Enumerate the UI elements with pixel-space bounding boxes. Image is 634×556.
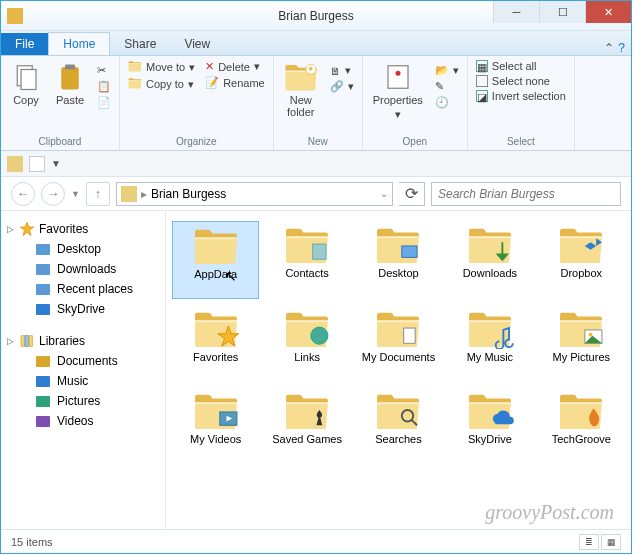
address-dropdown-icon[interactable]: ⌄ [380, 188, 388, 199]
file-tab[interactable]: File [1, 33, 48, 55]
sidebar-item-skydrive[interactable]: SkyDrive [5, 299, 161, 319]
item-icon [35, 353, 51, 369]
ribbon-tabs: File Home Share View ⌃ ? [1, 31, 631, 56]
select-all-button[interactable]: ▦Select all [474, 59, 568, 73]
qat-dropdown-icon[interactable]: ▼ [51, 158, 61, 169]
folder-dropbox[interactable]: Dropbox [538, 221, 625, 299]
folder-icon [557, 225, 605, 265]
navigation-pane: ▷ Favorites DesktopDownloadsRecent place… [1, 211, 166, 529]
svg-rect-1 [21, 70, 36, 90]
svg-rect-18 [36, 396, 50, 407]
up-icon[interactable] [29, 156, 45, 172]
ribbon-group-new: ✦ New folder 🗎▾ 🔗▾ New [274, 56, 363, 150]
breadcrumb[interactable]: Brian Burgess [151, 187, 226, 201]
back-button[interactable]: ← [11, 182, 35, 206]
easy-access-icon: 🔗 [330, 80, 344, 93]
svg-rect-9 [36, 244, 50, 255]
sidebar-item-documents[interactable]: Documents [5, 351, 161, 371]
folder-skydrive[interactable]: SkyDrive [446, 387, 533, 463]
folder-icon [557, 309, 605, 349]
folder-label: Saved Games [272, 433, 342, 459]
svg-rect-14 [25, 336, 28, 347]
minimize-button[interactable]: ─ [493, 1, 539, 23]
folder-contacts[interactable]: Contacts [263, 221, 350, 299]
paste-shortcut-button[interactable]: 📄 [95, 95, 113, 110]
ribbon-group-select: ▦Select all Select none ◪Invert selectio… [468, 56, 575, 150]
close-button[interactable]: ✕ [585, 1, 631, 23]
svg-point-7 [395, 71, 400, 76]
easy-access-button[interactable]: 🔗▾ [328, 79, 356, 94]
history-button[interactable]: 🕘 [433, 95, 461, 110]
up-button[interactable]: ↑ [86, 182, 110, 206]
svg-rect-13 [21, 336, 24, 347]
sidebar-item-videos[interactable]: Videos [5, 411, 161, 431]
folder-icon [374, 391, 422, 431]
folder-label: Contacts [285, 267, 328, 293]
cut-button[interactable]: ✂ [95, 63, 113, 78]
svg-rect-11 [36, 284, 50, 295]
favorites-header[interactable]: ▷ Favorites [5, 219, 161, 239]
address-folder-icon [121, 186, 137, 202]
svg-rect-24 [404, 328, 415, 343]
delete-button[interactable]: ✕ Delete ▾ [203, 59, 267, 74]
tab-share[interactable]: Share [110, 33, 170, 55]
edit-button[interactable]: ✎ [433, 79, 461, 94]
forward-button[interactable]: → [41, 182, 65, 206]
new-item-button[interactable]: 🗎▾ [328, 63, 356, 78]
invert-selection-button[interactable]: ◪Invert selection [474, 89, 568, 103]
new-folder-button[interactable]: ✦ New folder [280, 59, 322, 121]
folder-my-videos[interactable]: My Videos [172, 387, 259, 463]
folder-icon [283, 391, 331, 431]
folder-desktop[interactable]: Desktop [355, 221, 442, 299]
svg-point-23 [311, 327, 328, 344]
folder-searches[interactable]: Searches [355, 387, 442, 463]
folder-my-music[interactable]: My Music [446, 305, 533, 381]
file-list[interactable]: AppData↖ContactsDesktopDownloadsDropboxF… [166, 211, 631, 529]
folder-icon [466, 309, 514, 349]
refresh-button[interactable]: ⟳ [399, 182, 425, 206]
tab-home[interactable]: Home [48, 32, 110, 55]
sidebar-item-downloads[interactable]: Downloads [5, 259, 161, 279]
tab-view[interactable]: View [170, 33, 224, 55]
folder-favorites[interactable]: Favorites [172, 305, 259, 381]
location-icon[interactable] [7, 156, 23, 172]
folder-techgroove[interactable]: TechGroove [538, 387, 625, 463]
copy-button[interactable]: Copy [7, 59, 45, 109]
properties-button[interactable]: Properties ▾ [369, 59, 427, 124]
ribbon-collapse-icon[interactable]: ⌃ [604, 41, 614, 55]
select-none-button[interactable]: Select none [474, 74, 568, 88]
folder-appdata[interactable]: AppData↖ [172, 221, 259, 299]
folder-downloads[interactable]: Downloads [446, 221, 533, 299]
sidebar-item-desktop[interactable]: Desktop [5, 239, 161, 259]
help-icon[interactable]: ? [618, 41, 625, 55]
open-button[interactable]: 📂▾ [433, 63, 461, 78]
folder-my-documents[interactable]: My Documents [355, 305, 442, 381]
paste-button[interactable]: Paste [51, 59, 89, 109]
view-details-button[interactable]: ≣ [579, 534, 599, 550]
view-icons-button[interactable]: ▦ [601, 534, 621, 550]
move-to-button[interactable]: Move to ▾ [126, 59, 197, 75]
folder-icon [557, 391, 605, 431]
sidebar-item-pictures[interactable]: Pictures [5, 391, 161, 411]
address-input[interactable]: ▸ Brian Burgess ⌄ [116, 182, 393, 206]
search-input[interactable] [438, 187, 614, 201]
folder-label: TechGroove [552, 433, 611, 459]
folder-saved-games[interactable]: Saved Games [263, 387, 350, 463]
copy-path-button[interactable]: 📋 [95, 79, 113, 94]
svg-rect-20 [313, 244, 326, 259]
search-box[interactable] [431, 182, 621, 206]
folder-label: Searches [375, 433, 421, 459]
select-all-icon: ▦ [476, 60, 488, 72]
libraries-header[interactable]: ▷ Libraries [5, 331, 161, 351]
libraries-icon [19, 333, 35, 349]
content-area: ▷ Favorites DesktopDownloadsRecent place… [1, 211, 631, 529]
maximize-button[interactable]: ☐ [539, 1, 585, 23]
sidebar-item-recent-places[interactable]: Recent places [5, 279, 161, 299]
folder-my-pictures[interactable]: My Pictures [538, 305, 625, 381]
recent-locations-button[interactable]: ▼ [71, 189, 80, 199]
folder-links[interactable]: Links [263, 305, 350, 381]
sidebar-item-music[interactable]: Music [5, 371, 161, 391]
expand-icon: ▷ [7, 224, 14, 234]
copy-to-button[interactable]: Copy to ▾ [126, 76, 197, 92]
rename-button[interactable]: 📝 Rename [203, 75, 267, 90]
